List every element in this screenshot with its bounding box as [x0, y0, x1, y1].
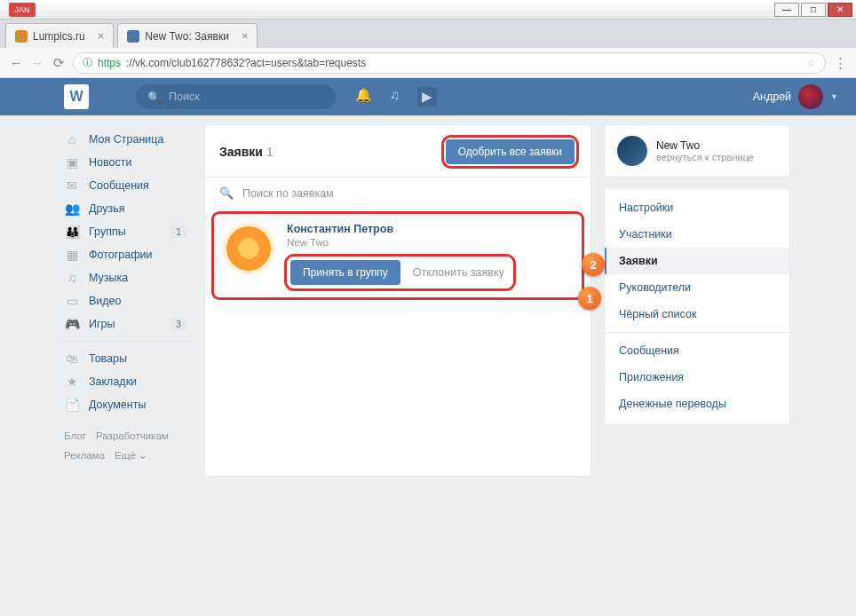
extension-badge: JAN	[9, 3, 36, 17]
settings-menu-item[interactable]: Чёрный список	[605, 301, 789, 328]
tab-title: Lumpics.ru	[33, 30, 85, 43]
sidebar-item[interactable]: ⌂Моя Страница	[59, 128, 192, 151]
sidebar-item[interactable]: ★Закладки	[59, 370, 192, 393]
address-bar[interactable]: ⓘ https://vk.com/club162778632?act=users…	[73, 52, 826, 74]
footer-link[interactable]: Разработчикам	[96, 430, 169, 441]
sidebar-item-label: Документы	[89, 399, 146, 411]
sidebar-item-label: Фотографии	[89, 249, 152, 261]
accept-request-button[interactable]: Принять в группу	[290, 260, 400, 285]
sidebar-item-label: Группы	[89, 225, 126, 238]
nav-icon: ▭	[64, 294, 80, 308]
sidebar-item[interactable]: 👪Группы1	[59, 220, 192, 243]
group-header[interactable]: New Two вернуться к странице	[605, 125, 789, 177]
user-menu[interactable]: Андрей ▼	[753, 84, 838, 109]
sidebar-item-label: Новости	[89, 156, 131, 169]
sidebar-item-label: Моя Страница	[89, 133, 163, 146]
request-avatar[interactable]	[223, 223, 274, 274]
decline-request-link[interactable]: Отклонить заявку	[413, 266, 504, 279]
sidebar-item[interactable]: 🎮Игры3	[59, 312, 192, 336]
request-card: Константин Петров New Two Принять в груп…	[214, 214, 582, 297]
search-icon: 🔍	[219, 186, 234, 200]
group-name: New Two	[656, 139, 754, 152]
settings-menu-item[interactable]: Сообщения	[605, 337, 789, 364]
request-subtitle: New Two	[287, 237, 573, 248]
search-placeholder: Поиск по заявкам	[242, 187, 334, 200]
request-user-name[interactable]: Константин Петров	[287, 223, 573, 235]
sidebar-item-label: Игры	[89, 318, 115, 330]
nav-forward-icon[interactable]: →	[30, 55, 44, 70]
step-badge-2: 2	[582, 253, 605, 276]
requests-search-input[interactable]: 🔍 Поиск по заявкам	[205, 178, 590, 209]
sidebar-item-label: Музыка	[89, 272, 128, 284]
nav-icon: 🎮	[64, 317, 80, 331]
close-tab-icon[interactable]: ×	[242, 29, 249, 43]
step-badge-1: 1	[578, 287, 601, 310]
settings-menu-item[interactable]: Настройки	[605, 194, 789, 221]
nav-icon: ▦	[64, 248, 80, 262]
highlight-approve-all: Одобрить все заявки	[444, 138, 576, 166]
browser-tabstrip: Lumpics.ru × New Two: Заявки ×	[0, 20, 856, 48]
settings-menu-item[interactable]: Руководители	[605, 274, 789, 301]
sidebar-item[interactable]: ♫Музыка	[59, 266, 192, 289]
nav-back-icon[interactable]: ←	[9, 55, 23, 70]
url-text: ://vk.com/club162778632?act=users&tab=re…	[126, 57, 366, 69]
close-tab-icon[interactable]: ×	[98, 29, 105, 43]
sidebar-item-label: Сообщения	[89, 179, 149, 192]
chevron-down-icon: ▼	[830, 92, 838, 101]
nav-icon: 🛍	[64, 351, 80, 366]
settings-menu-item[interactable]: Денежные переводы	[605, 391, 789, 417]
bookmark-star-icon[interactable]: ☆	[806, 57, 816, 69]
footer-link[interactable]: Реклама	[64, 450, 105, 461]
search-placeholder: Поиск	[169, 91, 200, 103]
avatar	[798, 84, 823, 109]
sidebar-item[interactable]: 📄Документы	[59, 393, 192, 416]
lock-icon: ⓘ	[83, 56, 92, 69]
left-nav: ⌂Моя Страница▣Новости✉Сообщения👥Друзья👪Г…	[59, 124, 192, 477]
footer-links: Блог Разработчикам Реклама Ещё ⌄	[59, 416, 192, 477]
nav-icon: ✉	[64, 178, 80, 193]
window-close-button[interactable]: ✕	[828, 3, 852, 17]
nav-icon: ♫	[64, 271, 80, 285]
sidebar-item[interactable]: 🛍Товары	[59, 347, 192, 370]
user-name: Андрей	[753, 91, 791, 103]
page-title: Заявки1	[219, 145, 273, 159]
nav-icon: ★	[64, 375, 80, 389]
nav-separator	[59, 341, 192, 342]
window-maximize-button[interactable]: □	[801, 3, 826, 17]
menu-separator	[605, 332, 789, 333]
nav-icon: 👥	[64, 201, 80, 216]
nav-icon: ⌂	[64, 132, 80, 146]
browser-tab[interactable]: Lumpics.ru ×	[5, 23, 114, 48]
play-icon[interactable]: ▶	[417, 87, 437, 107]
browser-tab-active[interactable]: New Two: Заявки ×	[117, 23, 258, 48]
sidebar-item[interactable]: ▭Видео	[59, 289, 192, 312]
window-minimize-button[interactable]: —	[774, 3, 799, 17]
sidebar-item[interactable]: 👥Друзья	[59, 197, 192, 220]
sidebar-item-label: Закладки	[89, 375, 137, 388]
vk-logo[interactable]: W	[64, 84, 89, 109]
group-back-link[interactable]: вернуться к странице	[656, 152, 754, 162]
settings-menu-item[interactable]: Участники	[605, 221, 789, 248]
nav-icon: 📄	[64, 398, 80, 412]
footer-link[interactable]: Ещё ⌄	[115, 450, 147, 461]
group-avatar	[617, 136, 647, 166]
nav-icon: ▣	[64, 155, 80, 170]
url-scheme: https	[98, 57, 121, 69]
settings-menu-item[interactable]: Приложения	[605, 364, 789, 391]
search-icon: 🔍	[147, 91, 162, 104]
sidebar-item[interactable]: ▦Фотографии	[59, 243, 192, 266]
notifications-icon[interactable]: 🔔	[355, 87, 372, 107]
sidebar-item-label: Товары	[89, 352, 127, 365]
tab-title: New Two: Заявки	[145, 30, 229, 43]
sidebar-item[interactable]: ✉Сообщения	[59, 174, 192, 197]
approve-all-button[interactable]: Одобрить все заявки	[446, 139, 575, 164]
music-icon[interactable]: ♫	[390, 87, 400, 107]
nav-icon: 👪	[64, 225, 80, 239]
search-input[interactable]: 🔍 Поиск	[137, 84, 336, 109]
nav-reload-icon[interactable]: ⟳	[52, 55, 66, 71]
sidebar-item[interactable]: ▣Новости	[59, 151, 192, 174]
browser-menu-icon[interactable]: ⋮	[833, 55, 847, 71]
footer-link[interactable]: Блог	[64, 430, 86, 441]
settings-menu-item[interactable]: Заявки	[605, 248, 789, 274]
favicon-icon	[127, 30, 139, 43]
